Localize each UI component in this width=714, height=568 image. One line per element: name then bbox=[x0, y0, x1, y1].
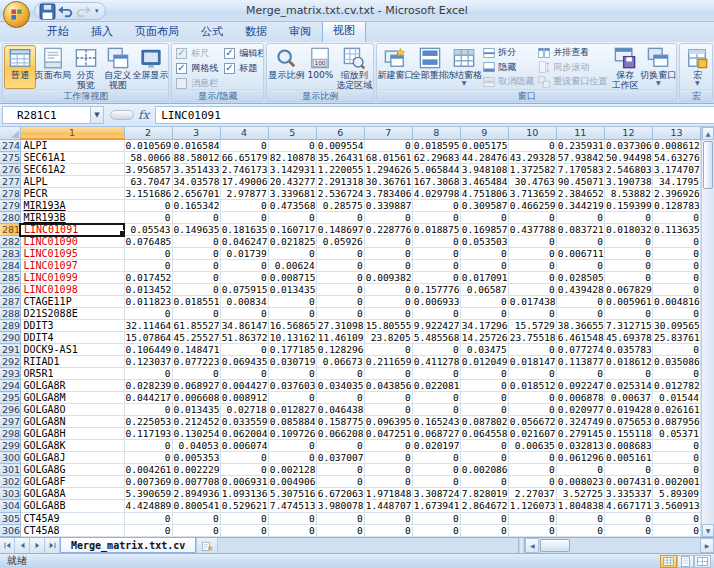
value-cell[interactable]: 0.148697 bbox=[316, 224, 364, 236]
value-cell[interactable]: 45.25527 bbox=[172, 332, 220, 344]
value-cell[interactable]: 0 bbox=[220, 368, 268, 380]
normal-view-shortcut-button[interactable] bbox=[660, 555, 677, 568]
value-cell[interactable]: 0.018551 bbox=[172, 296, 220, 308]
name-box-dropdown-icon[interactable]: ▼ bbox=[90, 106, 104, 124]
value-cell[interactable]: 0 bbox=[652, 464, 700, 476]
gene-name-cell[interactable]: SEC61A2 bbox=[20, 164, 124, 176]
value-cell[interactable]: 0.005161 bbox=[604, 452, 652, 464]
value-cell[interactable]: 3.52725 bbox=[556, 488, 604, 500]
value-cell[interactable]: 0 bbox=[652, 308, 700, 320]
gene-name-cell[interactable]: PECR bbox=[20, 188, 124, 200]
value-cell[interactable]: 0 bbox=[412, 476, 460, 488]
scroll-up-icon[interactable]: ▲ bbox=[702, 127, 714, 140]
value-cell[interactable]: 0 bbox=[508, 212, 556, 224]
value-cell[interactable]: 0.106449 bbox=[124, 344, 172, 356]
value-cell[interactable]: 0.004427 bbox=[220, 380, 268, 392]
value-cell[interactable]: 0 bbox=[220, 200, 268, 212]
value-cell[interactable]: 0.344219 bbox=[556, 200, 604, 212]
value-cell[interactable]: 0 bbox=[364, 284, 412, 296]
value-cell[interactable]: 0 bbox=[556, 464, 604, 476]
value-cell[interactable]: 0.03475 bbox=[460, 344, 508, 356]
value-cell[interactable]: 0 bbox=[556, 368, 604, 380]
value-cell[interactable]: 0.00637 bbox=[604, 392, 652, 404]
row-header[interactable]: 294 bbox=[0, 380, 20, 392]
value-cell[interactable]: 0 bbox=[604, 236, 652, 248]
value-cell[interactable]: 1.372582 bbox=[508, 164, 556, 176]
value-cell[interactable]: 0.069435 bbox=[220, 356, 268, 368]
value-cell[interactable]: 0 bbox=[172, 248, 220, 260]
ribbon-tab-1[interactable]: 开始 bbox=[36, 21, 80, 42]
scroll-right-icon[interactable]: ▶ bbox=[700, 538, 714, 553]
value-cell[interactable]: 0 bbox=[508, 308, 556, 320]
value-cell[interactable]: 0.128783 bbox=[652, 200, 700, 212]
gene-name-cell[interactable]: GOLGA8R bbox=[20, 380, 124, 392]
column-header[interactable]: 4 bbox=[220, 127, 268, 139]
value-cell[interactable]: 2.384652 bbox=[556, 188, 604, 200]
value-cell[interactable]: 0.006608 bbox=[172, 392, 220, 404]
column-header[interactable]: 10 bbox=[508, 127, 556, 139]
gene-name-cell[interactable]: GOLGA8H bbox=[20, 428, 124, 440]
value-cell[interactable]: 0.155118 bbox=[604, 428, 652, 440]
value-cell[interactable]: 0.149635 bbox=[172, 224, 220, 236]
value-cell[interactable]: 0 bbox=[652, 524, 700, 536]
value-cell[interactable]: 0.005961 bbox=[604, 296, 652, 308]
value-cell[interactable]: 0.123037 bbox=[124, 356, 172, 368]
row-header[interactable]: 292 bbox=[0, 356, 20, 368]
value-cell[interactable]: 82.10878 bbox=[268, 152, 316, 164]
value-cell[interactable]: 20.43277 bbox=[268, 176, 316, 188]
value-cell[interactable]: 0.075653 bbox=[604, 416, 652, 428]
value-cell[interactable]: 0 bbox=[652, 344, 700, 356]
value-cell[interactable]: 0.007431 bbox=[604, 476, 652, 488]
value-cell[interactable]: 0.113635 bbox=[652, 224, 700, 236]
value-cell[interactable]: 0.008023 bbox=[556, 476, 604, 488]
value-cell[interactable]: 0 bbox=[172, 284, 220, 296]
value-cell[interactable]: 0 bbox=[652, 272, 700, 284]
value-cell[interactable]: 0.046438 bbox=[316, 404, 364, 416]
value-cell[interactable]: 61.85527 bbox=[172, 320, 220, 332]
page-layout-view-shortcut-button[interactable] bbox=[677, 555, 694, 568]
horizontal-scroll-track[interactable] bbox=[571, 538, 700, 553]
value-cell[interactable]: 0.309587 bbox=[460, 200, 508, 212]
value-cell[interactable]: 0.066208 bbox=[316, 428, 364, 440]
row-header[interactable]: 290 bbox=[0, 332, 20, 344]
value-cell[interactable]: 0.013435 bbox=[172, 404, 220, 416]
value-cell[interactable]: 0 bbox=[604, 272, 652, 284]
gene-name-cell[interactable]: GOLGA8G bbox=[20, 464, 124, 476]
ribbon-tab-3[interactable]: 页面布局 bbox=[124, 21, 190, 42]
value-cell[interactable]: 0.068727 bbox=[412, 428, 460, 440]
save-workspace-button[interactable]: 保存工作区 bbox=[609, 45, 641, 89]
value-cell[interactable]: 0 bbox=[556, 512, 604, 524]
value-cell[interactable]: 0 bbox=[364, 524, 412, 536]
value-cell[interactable]: 0.020977 bbox=[556, 404, 604, 416]
value-cell[interactable]: 0.028505 bbox=[556, 272, 604, 284]
value-cell[interactable]: 0.056672 bbox=[508, 416, 556, 428]
value-cell[interactable]: 0 bbox=[364, 512, 412, 524]
value-cell[interactable]: 0 bbox=[220, 524, 268, 536]
row-header[interactable]: 287 bbox=[0, 296, 20, 308]
value-cell[interactable]: 0.211659 bbox=[364, 356, 412, 368]
value-cell[interactable]: 0 bbox=[268, 248, 316, 260]
value-cell[interactable]: 23.75518 bbox=[508, 332, 556, 344]
value-cell[interactable]: 0.025314 bbox=[604, 380, 652, 392]
gene-name-cell[interactable]: SEC61A1 bbox=[20, 152, 124, 164]
value-cell[interactable]: 0.028239 bbox=[124, 380, 172, 392]
value-cell[interactable]: 0 bbox=[412, 404, 460, 416]
value-cell[interactable]: 0.012782 bbox=[652, 380, 700, 392]
value-cell[interactable]: 0 bbox=[412, 392, 460, 404]
row-header[interactable]: 305 bbox=[0, 512, 20, 524]
value-cell[interactable]: 3.783406 bbox=[364, 188, 412, 200]
value-cell[interactable]: 0 bbox=[652, 248, 700, 260]
value-cell[interactable]: 0 bbox=[220, 308, 268, 320]
gene-name-cell[interactable]: DDIT4 bbox=[20, 332, 124, 344]
value-cell[interactable]: 1.220055 bbox=[316, 164, 364, 176]
value-cell[interactable]: 0.020197 bbox=[412, 440, 460, 452]
value-cell[interactable]: 0 bbox=[124, 404, 172, 416]
page-layout-view-button[interactable]: 页面布局 bbox=[36, 45, 70, 89]
value-cell[interactable]: 0.466259 bbox=[508, 200, 556, 212]
value-cell[interactable]: 0 bbox=[508, 344, 556, 356]
value-cell[interactable]: 2.536724 bbox=[316, 188, 364, 200]
gene-name-cell[interactable]: LINC01090 bbox=[20, 236, 124, 248]
value-cell[interactable]: 1.673941 bbox=[412, 500, 460, 512]
value-cell[interactable]: 0.117193 bbox=[124, 428, 172, 440]
value-cell[interactable]: 0 bbox=[460, 368, 508, 380]
